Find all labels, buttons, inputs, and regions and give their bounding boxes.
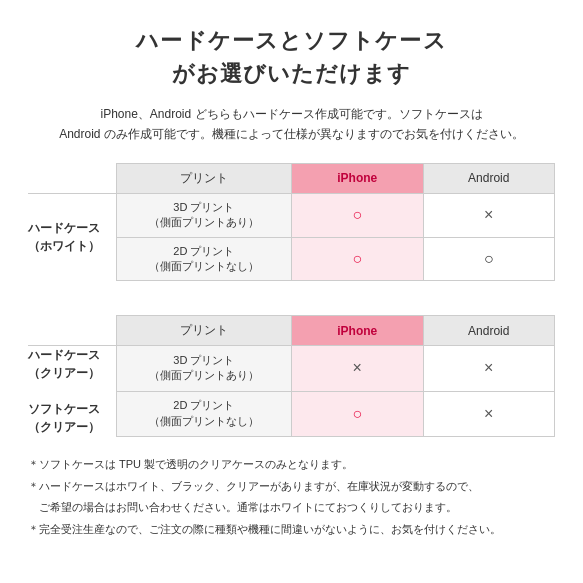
table2-left-label: ハードケース （クリアー） ソフトケース （クリアー）	[28, 346, 116, 437]
table1-row2-iphone: ○	[292, 237, 423, 281]
table1-row2-label: 2D プリント （側面プリントなし）	[116, 237, 291, 281]
table1-row1-label: 3D プリント （側面プリントあり）	[116, 193, 291, 237]
table2-row2-android: ×	[423, 391, 555, 436]
table1-section: プリント iPhone Android ハードケース （ホワイト） 3D プリン…	[28, 163, 555, 282]
table2-header-android: Android	[423, 316, 555, 346]
table1-row1-iphone: ○	[292, 193, 423, 237]
notes-section: ＊ソフトケースは TPU 製で透明のクリアケースのみとなります。 ＊ハードケース…	[28, 455, 555, 540]
note-4: ＊完全受注生産なので、ご注文の際に種類や機種に間違いがないように、お気を付けくだ…	[28, 520, 555, 540]
table2-empty-header	[28, 316, 116, 346]
table1-empty-header	[28, 163, 116, 193]
table1-header-android: Android	[423, 163, 555, 193]
table2-row1-android: ×	[423, 346, 555, 391]
note-1: ＊ソフトケースは TPU 製で透明のクリアケースのみとなります。	[28, 455, 555, 475]
note-3: ご希望の場合はお問い合わせください。通常はホワイトにておつくりしております。	[28, 498, 555, 518]
table1-row1-android: ×	[423, 193, 555, 237]
table2-row1-iphone: ×	[292, 346, 423, 391]
title: ハードケースとソフトケース がお選びいただけます	[28, 24, 555, 90]
table2-row1: ハードケース （クリアー） ソフトケース （クリアー） 3D プリント （側面プ…	[28, 346, 555, 391]
table1-header-print: プリント	[116, 163, 291, 193]
table1-header-iphone: iPhone	[292, 163, 423, 193]
table2-header-iphone: iPhone	[292, 316, 423, 346]
table2-row2-iphone: ○	[292, 391, 423, 436]
table2-row1-label: 3D プリント （側面プリントあり）	[116, 346, 291, 391]
table2-header-print: プリント	[116, 316, 291, 346]
table2-section: プリント iPhone Android ハードケース （クリアー） ソフトケース…	[28, 315, 555, 437]
table2-row2-label: 2D プリント （側面プリントなし）	[116, 391, 291, 436]
table1-row2-android: ○	[423, 237, 555, 281]
table1-row1: ハードケース （ホワイト） 3D プリント （側面プリントあり） ○ ×	[28, 193, 555, 237]
note-2: ＊ハードケースはホワイト、ブラック、クリアーがありますが、在庫状況が変動するので…	[28, 477, 555, 497]
subtitle: iPhone、Android どちらもハードケース作成可能です。ソフトケースはA…	[28, 104, 555, 145]
table1-left-label: ハードケース （ホワイト）	[28, 193, 116, 281]
